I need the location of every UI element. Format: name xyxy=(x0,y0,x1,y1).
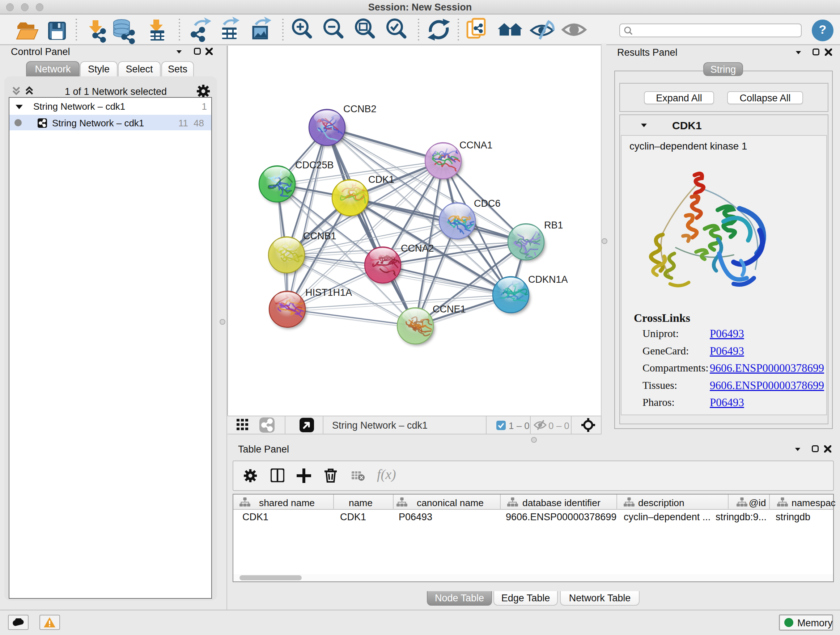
svg-text:CCNB1: CCNB1 xyxy=(303,231,336,241)
svg-text:CCNA2: CCNA2 xyxy=(401,243,434,254)
svg-text:CCNE1: CCNE1 xyxy=(433,304,466,315)
svg-text:CDC25B: CDC25B xyxy=(295,160,334,171)
svg-text:CCNB2: CCNB2 xyxy=(343,103,377,114)
svg-text:CCNA1: CCNA1 xyxy=(459,140,493,150)
svg-text:CDKN1A: CDKN1A xyxy=(528,274,568,285)
svg-text:RB1: RB1 xyxy=(544,220,563,231)
svg-text:CDC6: CDC6 xyxy=(474,198,501,209)
svg-text:HIST1H1A: HIST1H1A xyxy=(305,287,352,298)
svg-text:CDK1: CDK1 xyxy=(368,174,394,185)
